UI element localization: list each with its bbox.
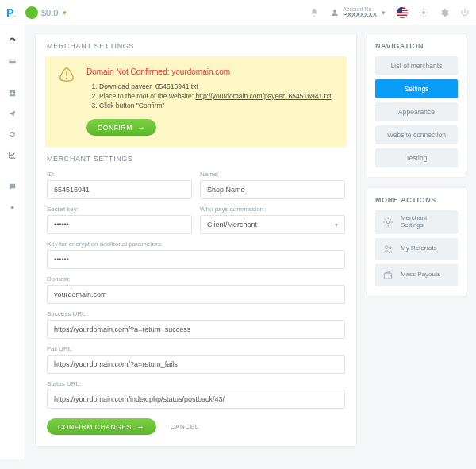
form-subtitle: MERCHANT SETTINGS xyxy=(47,155,345,163)
success-url-label: Success URL: xyxy=(47,310,345,317)
plus-square-icon xyxy=(8,89,17,98)
svg-rect-16 xyxy=(9,60,15,61)
content-card: MERCHANT SETTINGS Domain Not Confirmed: … xyxy=(35,33,357,447)
dot-icon xyxy=(8,203,17,212)
more-actions-card: MORE ACTIONS Merchant Settings My Referr… xyxy=(367,187,466,297)
enckey-label: Key for encryption additional parameters… xyxy=(47,240,345,248)
notice-step-2: Place to the root of the website: http:/… xyxy=(99,92,334,100)
nav-settings[interactable]: Settings xyxy=(375,79,458,98)
cancel-button[interactable]: CANCEL xyxy=(171,423,199,430)
rail-wallet[interactable] xyxy=(0,51,25,71)
chat-icon xyxy=(8,183,17,191)
left-rail xyxy=(0,25,25,459)
page-title: MERCHANT SETTINGS xyxy=(36,34,356,56)
id-label: ID: xyxy=(47,171,192,178)
gear-icon[interactable] xyxy=(440,8,449,17)
topbar-actions: Account No. PXXXXXXX ▾ xyxy=(309,6,470,18)
right-sidebar: NAVIGATION List of merchants Settings Ap… xyxy=(367,33,466,297)
users-icon xyxy=(382,243,394,256)
svg-line-13 xyxy=(420,15,421,16)
warning-icon xyxy=(58,66,75,83)
presence-dot-icon xyxy=(25,6,38,19)
rail-send[interactable] xyxy=(0,103,25,124)
secret-label: Secret key: xyxy=(47,206,192,213)
rail-dot[interactable] xyxy=(0,197,25,217)
refresh-icon xyxy=(8,130,17,139)
more-merchant-settings[interactable]: Merchant Settings xyxy=(375,210,458,234)
rail-stats[interactable] xyxy=(0,144,25,165)
nav-title: NAVIGATION xyxy=(375,42,458,50)
chevron-down-icon: ▾ xyxy=(382,9,386,17)
nav-testing[interactable]: Testing xyxy=(375,148,458,167)
rail-dashboard[interactable] xyxy=(0,30,25,51)
status-url-input[interactable] xyxy=(47,390,345,409)
domain-label: Domain: xyxy=(47,275,345,283)
merchant-form: MERCHANT SETTINGS ID: Name: Secret key: xyxy=(36,155,356,446)
rail-exchange[interactable] xyxy=(0,124,25,144)
svg-line-12 xyxy=(426,15,427,16)
svg-point-20 xyxy=(66,77,67,79)
svg-point-21 xyxy=(386,221,390,224)
name-label: Name: xyxy=(200,171,345,178)
rail-add[interactable] xyxy=(0,83,25,103)
svg-point-22 xyxy=(386,246,389,249)
more-my-referrals[interactable]: My Referrals xyxy=(375,238,458,260)
send-icon xyxy=(8,110,17,118)
svg-rect-15 xyxy=(9,59,15,63)
sun-icon[interactable] xyxy=(419,8,428,17)
id-input[interactable] xyxy=(47,180,192,199)
flag-us-icon[interactable] xyxy=(397,7,408,18)
fail-url-input[interactable] xyxy=(47,355,345,374)
success-url-input[interactable] xyxy=(47,320,345,339)
confirm-domain-button[interactable]: CONFIRM→ xyxy=(86,119,156,136)
notice-steps: Download payeer_654516941.txt Place to t… xyxy=(86,83,334,110)
enckey-input[interactable] xyxy=(47,250,345,269)
download-link[interactable]: Download xyxy=(99,83,129,90)
wallet-icon xyxy=(382,269,394,282)
arrow-right-icon: → xyxy=(137,123,146,132)
svg-line-14 xyxy=(426,10,427,10)
nav-card: NAVIGATION List of merchants Settings Ap… xyxy=(367,33,466,178)
secret-input[interactable] xyxy=(47,215,192,234)
balance-pill[interactable]: $0.0 ▾ xyxy=(25,6,67,19)
svg-point-6 xyxy=(422,11,425,14)
confirm-changes-button[interactable]: CONFIRM CHANGES→ xyxy=(47,418,156,435)
svg-point-23 xyxy=(389,246,391,248)
domain-notice: Domain Not Confirmed: yourdomain.com Dow… xyxy=(45,56,347,147)
chevron-down-icon: ▾ xyxy=(63,9,67,17)
domain-input[interactable] xyxy=(47,285,345,304)
nav-website-connection[interactable]: Website connection xyxy=(375,125,458,144)
more-mass-payouts[interactable]: Mass Payouts xyxy=(375,264,458,286)
rail-chat[interactable] xyxy=(0,176,25,197)
user-icon xyxy=(330,8,340,17)
svg-rect-3 xyxy=(397,13,408,15)
arrow-right-icon: → xyxy=(136,422,145,431)
nav-list-of-merchants[interactable]: List of merchants xyxy=(375,56,458,75)
chevron-down-icon: ▾ xyxy=(335,221,338,229)
chart-line-icon xyxy=(8,151,17,160)
bell-icon[interactable] xyxy=(309,8,319,17)
commission-label: Who pays commission: xyxy=(200,206,345,213)
commission-select[interactable]: Client/Merchant ▾ xyxy=(200,215,345,234)
logo[interactable]: P. xyxy=(6,6,25,19)
gear-icon xyxy=(382,216,394,229)
notice-step-1: Download payeer_654516941.txt xyxy=(99,83,334,90)
nav-appearance[interactable]: Appearance xyxy=(375,102,458,121)
gauge-icon xyxy=(8,37,17,45)
notice-step-3: Click button "Confirm" xyxy=(99,102,334,110)
balance-amount: $0.0 xyxy=(41,8,58,17)
root-url-link[interactable]: http://yourdomain.com/payeer_654516941.t… xyxy=(195,92,331,100)
fail-url-label: Fail URL: xyxy=(47,345,345,352)
card-icon xyxy=(8,57,17,66)
svg-rect-5 xyxy=(397,7,402,13)
account-chip[interactable]: Account No. PXXXXXXX ▾ xyxy=(330,6,386,18)
svg-point-18 xyxy=(11,206,14,209)
svg-line-11 xyxy=(420,10,421,10)
status-url-label: Status URL: xyxy=(47,380,345,387)
name-input[interactable] xyxy=(200,180,345,199)
topbar: P. $0.0 ▾ Account No. PXXXXXXX ▾ xyxy=(0,0,476,25)
more-actions-title: MORE ACTIONS xyxy=(375,196,458,204)
account-number: PXXXXXXX xyxy=(343,12,377,18)
power-icon[interactable] xyxy=(460,8,470,17)
svg-rect-4 xyxy=(397,16,408,17)
